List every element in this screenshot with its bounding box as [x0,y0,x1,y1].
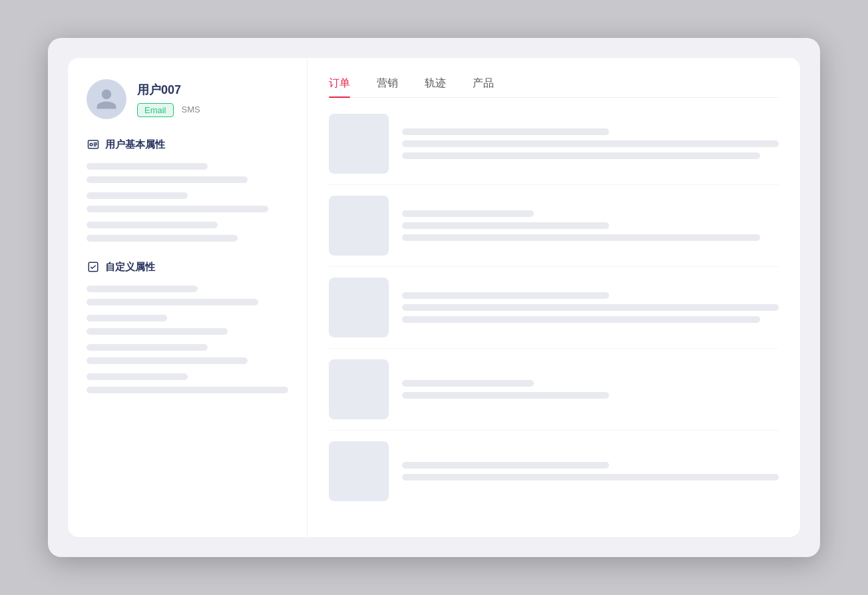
skeleton-line [402,140,779,147]
custom-attributes-section: 自定义属性 [87,260,288,393]
order-details [402,359,779,419]
username: 用户007 [137,82,203,98]
tab-products[interactable]: 产品 [473,77,494,97]
order-details [402,114,779,174]
custom-attributes-title: 自定义属性 [87,260,288,274]
skeleton-line [402,210,534,217]
custom-attributes-label: 自定义属性 [105,261,155,274]
skeleton-line [402,222,609,229]
main-card: 用户007 Email SMS [68,58,800,537]
tab-orders[interactable]: 订单 [329,77,350,97]
order-thumbnail [329,359,389,419]
sidebar: 用户007 Email SMS [68,58,308,537]
skeleton-group-6 [87,344,288,364]
order-details [402,278,779,337]
basic-attributes-label: 用户基本属性 [105,138,165,151]
order-item [329,441,779,512]
tab-track[interactable]: 轨迹 [425,77,446,97]
skeleton-line [402,234,760,241]
skeleton-line [87,206,268,212]
order-thumbnail [329,278,389,337]
basic-attributes-section: 用户基本属性 [87,138,288,242]
user-info: 用户007 Email SMS [137,82,203,117]
skeleton-line [87,299,258,305]
order-thumbnail [329,114,389,174]
skeleton-group-3 [87,222,288,242]
skeleton-line [87,357,248,364]
screen: 用户007 Email SMS [48,38,820,557]
order-list [329,114,779,512]
skeleton-line [402,392,609,399]
skeleton-line [87,315,167,321]
skeleton-group-1 [87,163,288,183]
order-thumbnail [329,196,389,256]
skeleton-line [87,163,208,170]
avatar [87,79,126,119]
skeleton-line [402,474,779,481]
order-item [329,196,779,267]
svg-point-1 [90,143,93,146]
skeleton-line [87,373,188,380]
email-badge: Email [137,103,174,117]
skeleton-group-4 [87,286,288,305]
skeleton-line [87,286,198,292]
user-avatar-icon [95,87,118,111]
user-badges: Email SMS [137,103,203,117]
order-details [402,441,779,501]
tab-bar: 订单 营销 轨迹 产品 [329,77,779,98]
skeleton-group-7 [87,373,288,393]
person-card-icon [87,138,100,151]
basic-attributes-title: 用户基本属性 [87,138,288,151]
skeleton-line [402,292,609,299]
skeleton-line [402,462,609,469]
skeleton-line [87,235,238,242]
order-item [329,359,779,431]
skeleton-line [402,152,760,159]
skeleton-line [87,328,228,335]
skeleton-line [87,192,188,199]
skeleton-line [87,387,288,393]
skeleton-line [402,380,534,387]
skeleton-line [402,128,609,135]
order-item [329,278,779,349]
skeleton-group-5 [87,315,288,335]
checkbox-icon [87,260,100,274]
skeleton-line [87,222,218,228]
order-details [402,196,779,256]
skeleton-line [87,176,248,183]
order-item [329,114,779,185]
order-thumbnail [329,441,389,501]
main-content: 订单 营销 轨迹 产品 [308,58,800,537]
sms-badge: SMS [179,103,203,117]
skeleton-group-2 [87,192,288,212]
skeleton-line [402,316,760,323]
user-header: 用户007 Email SMS [87,79,288,119]
tab-marketing[interactable]: 营销 [377,77,398,97]
skeleton-line [87,344,208,351]
skeleton-line [402,304,779,311]
